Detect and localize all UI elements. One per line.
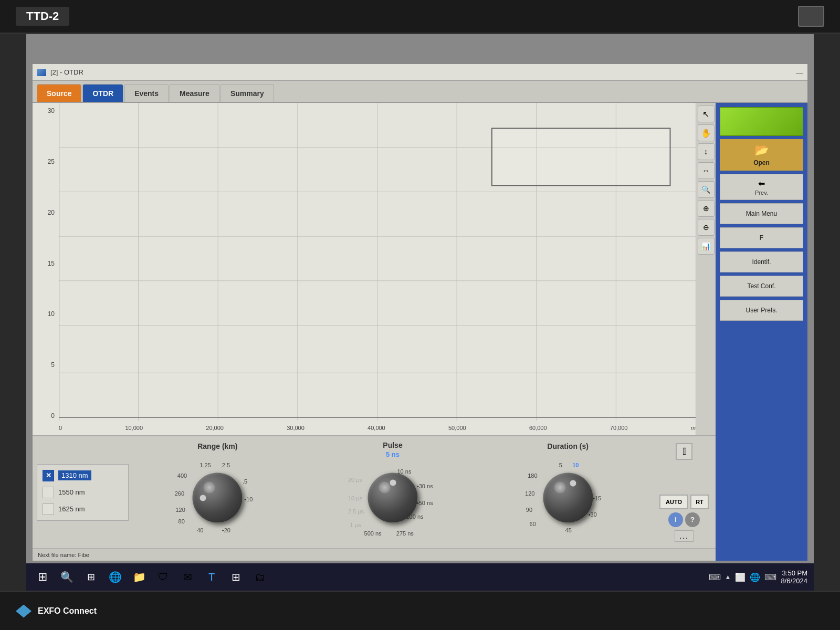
wl-1625-label: 1625 nm (58, 505, 85, 513)
minimize-button[interactable]: — (796, 68, 803, 77)
info-button[interactable]: i (668, 512, 683, 527)
caret-up-icon[interactable]: ▲ (725, 573, 731, 581)
wavelength-1310[interactable]: ✕ 1310 nm (43, 470, 123, 481)
open-button[interactable]: 📂 Open (720, 139, 803, 171)
pulse-lbl-2.5us: 2.5 μs (348, 508, 364, 514)
pulse-title: Pulse (383, 441, 402, 449)
device-button[interactable] (798, 6, 824, 27)
time-display: 3:50 PM (781, 569, 807, 577)
x-label-20k: 20,000 (206, 425, 224, 431)
svg-rect-15 (492, 128, 670, 185)
x-unit: m (691, 425, 696, 431)
more-button[interactable]: ... (675, 530, 694, 542)
edge-button[interactable]: 🌐 (105, 567, 125, 587)
range-knob[interactable] (193, 473, 243, 523)
tool-zoom-out[interactable]: ⊖ (698, 219, 715, 236)
wavelength-1625[interactable]: 1625 nm (43, 503, 123, 515)
pulse-lbl-20us: 20 μs (348, 477, 362, 483)
tool-pan[interactable]: ✋ (698, 124, 715, 141)
prev-label: Prev. (755, 190, 768, 196)
tab-summary[interactable]: Summary (220, 84, 274, 102)
wl-1625-checkbox[interactable] (43, 503, 54, 515)
f-button[interactable]: F (720, 227, 803, 248)
user-prefs-button[interactable]: User Prefs. (720, 300, 803, 321)
range-lbl-40: 40 (197, 527, 203, 533)
grid-button[interactable]: ⊞ (226, 567, 246, 587)
main-menu-button[interactable]: Main Menu (720, 203, 803, 224)
duration-knob[interactable] (543, 473, 593, 523)
range-section: Range (km) 400 1.25 2.5 .5 260 •10 120 8 (131, 442, 304, 542)
duration-cursor[interactable]: 𝕀 (676, 443, 692, 460)
open-label: Open (753, 159, 770, 166)
start-button[interactable]: ⊞ (33, 567, 52, 587)
tab-source[interactable]: Source (37, 84, 81, 102)
y-label-30: 30 (35, 107, 57, 114)
network-icon[interactable]: 🌐 (750, 572, 760, 582)
tool-zoom-in[interactable]: ⊕ (698, 200, 715, 217)
pulse-lbl-500ns: 500 ns (364, 530, 382, 537)
dur-lbl-45: 45 (565, 527, 572, 533)
taskview-button[interactable]: ⊞ (81, 567, 101, 587)
wl-1550-checkbox[interactable] (43, 487, 54, 498)
folder-button[interactable]: 📁 (129, 567, 149, 587)
identify-button[interactable]: Identif. (720, 251, 803, 272)
range-knob-shine (204, 482, 215, 494)
chart-tools: ↖ ✋ ↕ ↔ 🔍 ⊕ ⊖ 📊 (696, 103, 716, 435)
app-icon (37, 69, 46, 76)
range-knob-area[interactable]: 400 1.25 2.5 .5 260 •10 120 80 40 •20 (173, 453, 262, 542)
tool-cursor[interactable]: ↖ (698, 106, 715, 122)
pulse-section: Pulse 5 ns 20 μs 10 ns •30 ns 10 μs •50 … (307, 441, 479, 544)
tool-zoom[interactable]: 🔍 (698, 181, 715, 198)
duration-knob-area[interactable]: 180 5 10 120 •15 90 •30 60 45 (523, 453, 613, 542)
tab-measure[interactable]: Measure (170, 84, 219, 102)
wl-1550-label: 1550 nm (58, 488, 85, 496)
range-lbl-.5: .5 (243, 478, 247, 485)
tab-events[interactable]: Events (124, 84, 169, 102)
device-title: TTD-2 (16, 7, 69, 26)
range-lbl-120: 120 (175, 507, 185, 513)
shield-button[interactable]: 🛡 (153, 567, 173, 587)
clock: 3:50 PM 8/6/2024 (781, 569, 807, 585)
mail-button[interactable]: ✉ (177, 567, 197, 587)
pulse-lbl-50ns: •50 ns (417, 500, 433, 506)
pulse-knob[interactable] (368, 472, 418, 522)
pulse-lbl-1us: 1 μs (350, 522, 361, 528)
pulse-knob-area[interactable]: 20 μs 10 ns •30 ns 10 μs •50 ns 2.5 μs 1… (348, 460, 437, 544)
dur-lbl-180: 180 (528, 472, 537, 479)
help-button[interactable]: ? (685, 512, 700, 527)
rt-button[interactable]: RT (690, 495, 709, 509)
file-manager-button[interactable]: 🗂 (250, 567, 270, 587)
keyboard-icon[interactable]: ⌨ (709, 572, 721, 582)
tool-zoom-h[interactable]: ↔ (698, 162, 715, 179)
title-bar: [2] - OTDR — (33, 64, 807, 81)
test-config-button[interactable]: Test Conf. (720, 276, 803, 297)
x-label-60k: 60,000 (529, 425, 547, 431)
sidebar-green-btn[interactable] (720, 107, 803, 136)
window-title: [2] - OTDR (50, 68, 83, 76)
text-editor-button[interactable]: T (202, 567, 222, 587)
prev-button[interactable]: ⬅ Prev. (720, 174, 803, 200)
tab-otdr[interactable]: OTDR (82, 84, 123, 102)
wl-1310-checkbox[interactable]: ✕ (43, 470, 54, 481)
wavelength-1550[interactable]: 1550 nm (43, 487, 123, 498)
window-icon[interactable]: ⬜ (735, 572, 746, 582)
range-lbl-1.25: 1.25 (200, 462, 211, 468)
dur-lbl-60: 60 (530, 521, 536, 527)
pulse-lbl-275ns: 275 ns (396, 530, 414, 537)
keyboard2-icon[interactable]: ⌨ (764, 572, 776, 582)
chart-svg (59, 103, 696, 421)
x-label-40k: 40,000 (368, 425, 385, 431)
dur-lbl-15: •15 (593, 495, 601, 501)
sys-tray: ⌨ ▲ ⬜ 🌐 ⌨ (709, 572, 777, 582)
date-display: 8/6/2024 (781, 577, 807, 585)
exfo-logo-icon (16, 605, 32, 618)
wl-1310-label: 1310 nm (58, 470, 91, 480)
tab-bar: Source OTDR Events Measure Summary (33, 81, 807, 103)
range-knob-indicator (200, 495, 206, 501)
dur-lbl-90: 90 (526, 507, 532, 513)
search-button[interactable]: 🔍 (57, 567, 77, 587)
auto-button[interactable]: AUTO (659, 495, 688, 509)
dur-lbl-30: •30 (589, 511, 597, 518)
tool-zoom-v[interactable]: ↕ (698, 143, 715, 160)
tool-waveform[interactable]: 📊 (698, 238, 715, 255)
